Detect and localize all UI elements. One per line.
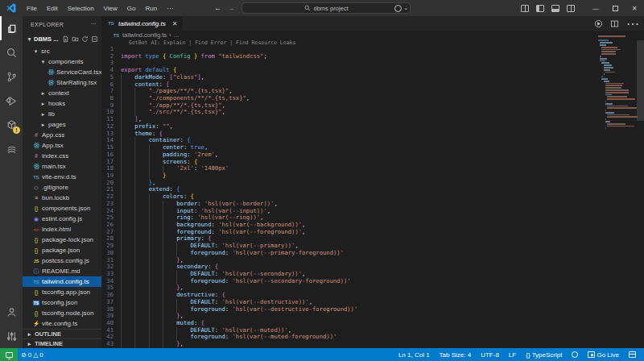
menu-view[interactable]: View [99, 0, 122, 16]
editor-more-icon[interactable]: ⋯ [626, 16, 639, 31]
nav-forward-icon[interactable]: → [228, 4, 235, 12]
react-file-icon [32, 142, 40, 150]
file-eslint.config.js[interactable]: ◉eslint.config.js [23, 214, 101, 224]
code-line-11[interactable]: 11 ], [101, 116, 644, 123]
settings-icon[interactable] [0, 324, 23, 348]
new-file-icon[interactable] [62, 35, 69, 43]
customize-layout-icon[interactable] [521, 5, 529, 12]
extensions-icon[interactable]: ! [0, 113, 23, 137]
folder-hooks[interactable]: ▸hooks [23, 98, 101, 109]
outline-section[interactable]: ▸ OUTLINE [23, 329, 101, 338]
menu-selection[interactable]: Selection [63, 0, 99, 16]
code-line-2[interactable]: 2import type { Config } from "tailwindcs… [101, 53, 644, 60]
file-bun.lockb[interactable]: ≡bun.lockb [23, 193, 101, 203]
tab-close-icon[interactable]: ✕ [172, 20, 178, 27]
minimap[interactable] [598, 33, 635, 130]
folder-src[interactable]: ▾src [23, 46, 101, 56]
breadcrumb-file[interactable]: tailwind.config.ts [122, 31, 167, 39]
minimize-button[interactable]: — [586, 0, 605, 16]
git-file-icon: ◇ [32, 184, 40, 191]
error-count: 0 [28, 351, 31, 359]
code-line-20[interactable]: 20 }, [101, 180, 644, 187]
file-app.css[interactable]: #App.css [23, 130, 101, 140]
menu-edit[interactable]: Edit [42, 0, 63, 16]
notifications-icon[interactable] [568, 351, 581, 358]
file-app.tsx[interactable]: App.tsx [23, 140, 101, 151]
code-area[interactable]: 12import type { Config } from "tailwindc… [101, 46, 644, 348]
nav-back-icon[interactable]: ← [214, 4, 221, 12]
collapse-all-icon[interactable] [91, 35, 98, 43]
folder-components[interactable]: ▾components [23, 56, 101, 67]
explorer-icon[interactable] [0, 16, 23, 40]
language-mode[interactable]: {} TypeScript [522, 351, 565, 359]
file-vite-env.d.ts[interactable]: TSvite-env.d.ts [23, 172, 101, 182]
remote-indicator[interactable] [0, 348, 18, 361]
menu-run[interactable]: Run [140, 0, 162, 16]
code-line-18[interactable]: 18 '2xl': '1400px' [101, 165, 644, 172]
project-section-header[interactable]: ▾ DBMS ... [23, 32, 101, 46]
refresh-icon[interactable] [81, 35, 89, 43]
tree-item-label: postcss.config.js [40, 257, 89, 264]
file-tailwind.config.ts[interactable]: TStailwind.config.ts [23, 276, 101, 287]
file-vite.config.ts[interactable]: ⚡vite.config.ts [23, 318, 101, 329]
codelens-getbot[interactable]: GetBot AI: Explain | Find Error | Find R… [101, 39, 644, 46]
file-components.json[interactable]: {}components.json [23, 203, 101, 214]
sidebar-more-icon[interactable]: ⋯ [91, 21, 97, 27]
file-postcss.config.js[interactable]: JSpostcss.config.js [23, 255, 101, 266]
cursor-position[interactable]: Ln 1, Col 1 [395, 351, 433, 359]
file-index.css[interactable]: #index.css [23, 151, 101, 161]
file-index.html[interactable]: <>index.html [23, 224, 101, 234]
code-line-5[interactable]: 5 darkMode: ["class"], [101, 74, 644, 81]
breadcrumb-more[interactable]: … [174, 31, 180, 39]
go-live-button[interactable]: Go Live [584, 351, 622, 359]
file-readme.md[interactable]: ⓘREADME.md [23, 266, 101, 276]
file-.gitignore[interactable]: ◇.gitignore [23, 182, 101, 193]
code-line-10[interactable]: 10 "./src/**/*.{ts,tsx}", [101, 109, 644, 116]
ts-file-icon: TS [114, 33, 120, 38]
encoding[interactable]: UTF-8 [477, 351, 502, 359]
file-servicecard.tsx[interactable]: ServiceCard.tsx [23, 67, 101, 77]
toggle-secondary-sidebar-icon[interactable] [567, 5, 575, 12]
editor-scrollbar[interactable] [637, 40, 644, 121]
code-line-12[interactable]: 12 prefix: "", [101, 123, 644, 131]
code-line-3[interactable]: 3 [101, 60, 644, 67]
code-line-43[interactable]: 43 }, [101, 341, 644, 348]
file-starrating.tsx[interactable]: StarRating.tsx [23, 77, 101, 88]
toggle-panel-icon[interactable] [551, 5, 559, 12]
file-main.tsx[interactable]: main.tsx [23, 161, 101, 172]
folder-lib[interactable]: ▸lib [23, 109, 101, 119]
file-tsconfig.node.json[interactable]: {}tsconfig.node.json [23, 308, 101, 318]
accounts-icon[interactable] [0, 300, 23, 324]
toggle-sidebar-icon[interactable] [536, 5, 544, 12]
close-button[interactable]: ✕ [625, 0, 644, 16]
tab-tailwind-config[interactable]: TS tailwind.config.ts ✕ [101, 16, 183, 31]
menu-go[interactable]: Go [122, 0, 141, 16]
file-package.json[interactable]: {}package.json [23, 245, 101, 255]
file-tsconfig.app.json[interactable]: {}tsconfig.app.json [23, 287, 101, 297]
folder-context[interactable]: ▸context [23, 88, 101, 98]
line-text: import type { Config } from "tailwindcss… [121, 53, 267, 60]
eol-sequence[interactable]: LF [506, 351, 519, 359]
file-package-lock.json[interactable]: {}package-lock.json [23, 234, 101, 245]
command-center-search[interactable]: dbms project [242, 2, 411, 14]
code-line-19[interactable]: 19 } [101, 172, 644, 180]
chevron-down-icon: ▾ [32, 48, 39, 55]
search-icon[interactable] [0, 40, 23, 64]
folder-pages[interactable]: ▸pages [23, 119, 101, 130]
ai-extension-icon[interactable] [0, 137, 23, 161]
restore-button[interactable] [605, 0, 625, 16]
new-folder-icon[interactable] [72, 35, 79, 43]
profile-button[interactable]: ⌄ [394, 5, 408, 12]
source-control-icon[interactable] [0, 64, 23, 89]
menu-file[interactable]: File [22, 0, 42, 16]
run-debug-icon[interactable] [0, 89, 23, 113]
run-file-icon[interactable] [594, 19, 603, 28]
menu-overflow[interactable]: ⋯ [162, 5, 178, 12]
file-tsconfig.json[interactable]: TStsconfig.json [23, 297, 101, 308]
split-editor-icon[interactable] [610, 19, 619, 28]
problems-indicator[interactable]: ⊘ 0 △ 0 [18, 348, 47, 361]
timeline-section[interactable]: ▸ TIMELINE [23, 338, 101, 348]
open-browser-icon[interactable] [625, 351, 639, 358]
breadcrumb[interactable]: TS tailwind.config.ts › … [101, 31, 644, 39]
indentation[interactable]: Tab Size: 4 [436, 351, 475, 359]
